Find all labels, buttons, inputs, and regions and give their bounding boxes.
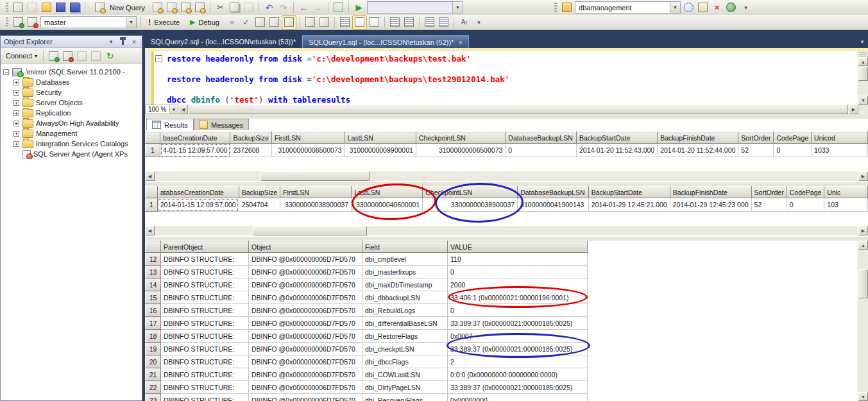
- grid1-horizontal-scrollbar[interactable]: ◀ ▶: [145, 171, 868, 181]
- column-header[interactable]: BackupSize: [230, 132, 271, 144]
- grid-cell[interactable]: dbi_masterfixups: [362, 266, 448, 278]
- close-icon[interactable]: ×: [458, 38, 462, 46]
- grid-cell[interactable]: 31000000006500073: [416, 144, 505, 157]
- editor-vertical-scrollbar[interactable]: ▲ ▼: [858, 51, 868, 105]
- editor-results-splitter[interactable]: [145, 114, 868, 119]
- toolbar-grip[interactable]: [6, 17, 8, 27]
- grid-cell[interactable]: DBINFO STRUCTURE:: [161, 253, 249, 266]
- grid-cell[interactable]: DBINFO STRUCTURE:: [161, 355, 249, 368]
- toolbar-grip[interactable]: [554, 3, 557, 12]
- row-header[interactable]: 15: [146, 291, 161, 304]
- column-header[interactable]: CheckpointLSN: [423, 187, 518, 198]
- row-header[interactable]: 23: [146, 394, 161, 401]
- row-header[interactable]: 1: [146, 198, 158, 212]
- show-estimated-plan-icon[interactable]: [253, 16, 267, 29]
- window-position-menu-icon[interactable]: ▾: [106, 37, 115, 46]
- cut-icon[interactable]: ✂: [214, 1, 227, 14]
- row-header[interactable]: 18: [146, 330, 161, 343]
- tree-expander-icon[interactable]: +: [13, 80, 19, 85]
- grid-cell[interactable]: dbi_checkptLSN: [362, 343, 448, 355]
- tree-item-mirror-sql-server-11-0-2100[interactable]: −.\mirror (SQL Server 11.0.2100 -: [1, 67, 142, 77]
- grid-cell[interactable]: 33000000038900037: [280, 198, 352, 212]
- results-to-grid-icon[interactable]: [352, 15, 367, 30]
- registered-servers-icon[interactable]: [560, 1, 574, 14]
- tree-item-integration-services-catalogs[interactable]: +Integration Services Catalogs: [1, 139, 142, 149]
- tree-item-server-objects[interactable]: +Server Objects: [1, 98, 142, 108]
- new-window-icon[interactable]: [12, 1, 25, 14]
- execute-play-icon[interactable]: ▶: [352, 1, 366, 14]
- client-statistics-icon[interactable]: [318, 16, 331, 29]
- oe-stop-icon[interactable]: [75, 49, 89, 62]
- grid-cell[interactable]: 0: [774, 144, 812, 157]
- scroll-right-button[interactable]: ▶: [858, 171, 868, 181]
- column-header[interactable]: CheckpointLSN: [416, 132, 505, 144]
- grid-cell[interactable]: DBINFO STRUCTURE:: [161, 368, 249, 381]
- column-header[interactable]: CodePage: [787, 187, 824, 198]
- database-engine-query-icon[interactable]: [151, 1, 164, 14]
- grid-cell[interactable]: 0: [448, 266, 588, 278]
- grid-cell[interactable]: 2372608: [230, 144, 271, 157]
- grid-cell[interactable]: 2014-01-29 12:45:23.000: [670, 198, 751, 212]
- row-header[interactable]: 19: [146, 343, 161, 355]
- mdx-query-icon[interactable]: [165, 1, 178, 14]
- scroll-left-button[interactable]: ◀: [178, 105, 188, 114]
- grid-cell[interactable]: dbi_dbbackupLSN: [362, 291, 448, 304]
- toolbar-grip[interactable]: [6, 3, 8, 12]
- grid3-vertical-scrollbar[interactable]: ▲ ▼: [858, 241, 868, 401]
- column-header[interactable]: DatabaseBackupLSN: [518, 187, 589, 198]
- open-file-icon[interactable]: [40, 1, 53, 14]
- editor-zoom-combobox[interactable]: 100 % ▾: [145, 105, 178, 114]
- new-query-button[interactable]: New Query: [89, 1, 149, 14]
- grid-cell[interactable]: dbi_DirtyPageLSN: [362, 381, 448, 394]
- grid-cell[interactable]: 33:389:37 (0x00000021:00000185:0025): [448, 317, 588, 330]
- tree-item-alwayson-high-availability[interactable]: +AlwaysOn High Availability: [1, 118, 142, 128]
- row-header[interactable]: 12: [146, 253, 161, 266]
- redo-icon[interactable]: ↷: [277, 1, 290, 14]
- grid-cell[interactable]: dbi_differentialBaseLSN: [362, 317, 448, 330]
- row-header[interactable]: 21: [146, 368, 161, 381]
- column-header[interactable]: LastLSN: [352, 187, 423, 198]
- tree-expander-icon[interactable]: +: [13, 131, 19, 137]
- column-header[interactable]: BackupFinishDate: [658, 132, 738, 144]
- chevron-down-icon[interactable]: ▾: [169, 105, 178, 114]
- row-header[interactable]: 13: [146, 266, 161, 278]
- grid-cell[interactable]: 33000000038900037: [423, 198, 518, 212]
- available-databases-combobox[interactable]: master ▾: [40, 16, 137, 28]
- grid-cell[interactable]: 33000000040600001: [352, 198, 423, 212]
- column-header[interactable]: FirstLSN: [271, 132, 345, 144]
- chevron-down-icon[interactable]: ▾: [670, 2, 680, 13]
- grid-cell[interactable]: DBINFO STRUCTURE:: [161, 278, 249, 291]
- row-header[interactable]: 14: [146, 278, 161, 291]
- scroll-down-button[interactable]: ▼: [858, 392, 868, 401]
- tab-list-dropdown[interactable]: ▾: [856, 35, 868, 48]
- column-header[interactable]: Field: [362, 241, 448, 253]
- column-header[interactable]: BackupFinishDate: [670, 187, 751, 198]
- tree-item-sql-server-agent-agent-xps[interactable]: SQL Server Agent (Agent XPs: [1, 149, 142, 159]
- grid-cell[interactable]: 2014-01-20 11:52:44.000: [658, 144, 738, 157]
- change-connection-icon[interactable]: [12, 16, 25, 29]
- column-header[interactable]: FirstLSN: [280, 187, 352, 198]
- grid-cell[interactable]: DBINFO STRUCTURE:: [161, 330, 249, 343]
- row-header[interactable]: 16: [146, 304, 161, 317]
- window-layout-icon[interactable]: [26, 1, 39, 14]
- grid-cell[interactable]: DBINFO @0x000000006D7FD570: [249, 253, 362, 266]
- column-header[interactable]: atabaseCreationDate: [157, 187, 239, 198]
- grid-cell[interactable]: 2014-01-15 12:09:57.000: [157, 198, 239, 212]
- grid-cell[interactable]: 103: [824, 198, 868, 212]
- grid-cell[interactable]: DBINFO STRUCTURE:: [161, 394, 249, 401]
- parse-icon[interactable]: ✓: [239, 16, 253, 29]
- filter-icon[interactable]: [89, 49, 103, 62]
- grid-cell[interactable]: 33:406:1 (0x00000021:00000196:0001): [448, 291, 588, 304]
- grid-cell[interactable]: 0x0007: [448, 330, 588, 343]
- object-explorer-tree[interactable]: −.\mirror (SQL Server 11.0.2100 -+Databa…: [1, 64, 142, 400]
- grid-cell[interactable]: dbi_RestoreFlags: [362, 330, 448, 343]
- results-to-text-icon[interactable]: [338, 16, 352, 29]
- grid-cell[interactable]: dbi_RecoveryFlags: [362, 394, 448, 401]
- dmx-query-icon[interactable]: [179, 1, 192, 14]
- find-icon[interactable]: [682, 1, 695, 14]
- grid-cell[interactable]: dbi_cmptlevel: [362, 253, 448, 266]
- tree-expander-icon[interactable]: −: [3, 69, 9, 75]
- grid2-horizontal-scrollbar[interactable]: ◀ ▶: [145, 226, 868, 235]
- grid-cell[interactable]: dbi_dbccFlags: [362, 355, 448, 368]
- grid-cell[interactable]: 0: [448, 304, 588, 317]
